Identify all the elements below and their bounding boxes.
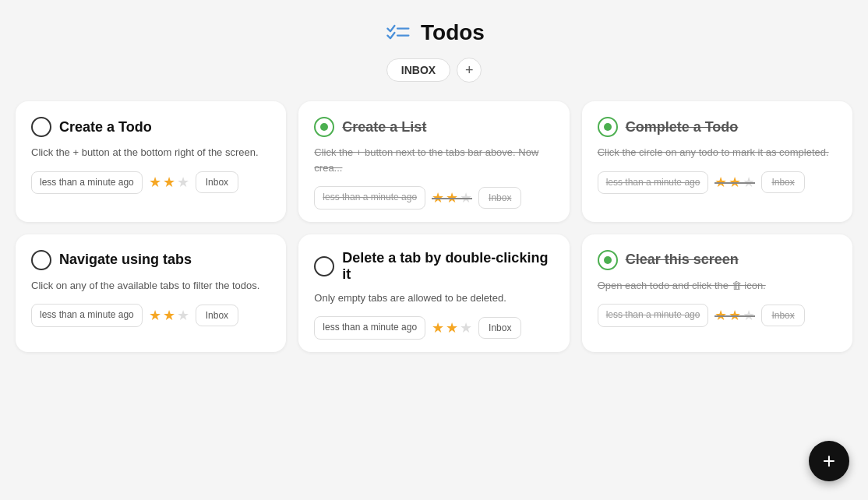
card-create-todo: Create a TodoClick the + button at the b… <box>16 101 286 222</box>
star-1[interactable]: ★ <box>715 307 727 324</box>
card-delete-tab: Delete a tab by double-clicking itOnly e… <box>298 234 569 352</box>
card-title: Complete a Todo <box>626 119 739 136</box>
timestamp-badge: less than a minute ago <box>314 316 425 340</box>
star-1[interactable]: ★ <box>432 319 444 336</box>
inbox-badge: Inbox <box>761 171 804 193</box>
card-footer: less than a minute ago★★★Inbox <box>598 171 837 195</box>
star-1[interactable]: ★ <box>715 174 727 191</box>
circle-btn-create-list[interactable] <box>314 117 334 137</box>
star-3[interactable]: ★ <box>460 189 472 206</box>
card-title: Delete a tab by double-clicking it <box>342 250 553 283</box>
card-complete-todo: Complete a TodoClick the circle on any t… <box>582 101 852 222</box>
circle-btn-create-todo[interactable] <box>31 117 51 137</box>
card-desc: Click the circle on any todo to mark it … <box>598 145 837 160</box>
star-2[interactable]: ★ <box>163 174 175 191</box>
star-2[interactable]: ★ <box>163 307 175 324</box>
star-3[interactable]: ★ <box>177 174 189 191</box>
stars-rating[interactable]: ★★★ <box>715 174 755 191</box>
tab-inbox[interactable]: INBOX <box>386 58 450 82</box>
star-1[interactable]: ★ <box>149 307 161 324</box>
card-title: Create a List <box>342 119 426 136</box>
card-footer: less than a minute ago★★★Inbox <box>314 316 553 340</box>
header: Todos INBOX + <box>0 0 868 95</box>
stars-rating[interactable]: ★★★ <box>149 307 189 324</box>
star-3[interactable]: ★ <box>743 307 755 324</box>
card-footer: less than a minute ago★★★Inbox <box>314 186 553 210</box>
card-header: Create a Todo <box>31 117 270 137</box>
star-3[interactable]: ★ <box>460 319 472 336</box>
star-2[interactable]: ★ <box>729 307 741 324</box>
inbox-badge: Inbox <box>761 305 804 326</box>
card-desc: Open each todo and click the 🗑 icon. <box>598 278 837 294</box>
inbox-badge: Inbox <box>478 317 521 339</box>
star-3[interactable]: ★ <box>177 307 189 324</box>
card-desc: Click on any of the available tabs to fi… <box>31 278 270 294</box>
card-footer: less than a minute ago★★★Inbox <box>31 304 270 327</box>
stars-rating[interactable]: ★★★ <box>715 307 755 324</box>
circle-btn-navigate-tabs[interactable] <box>31 250 51 270</box>
timestamp-badge: less than a minute ago <box>314 186 425 210</box>
card-header: Delete a tab by double-clicking it <box>314 250 553 283</box>
card-title: Clear this screen <box>626 252 739 268</box>
circle-btn-complete-todo[interactable] <box>598 117 618 137</box>
cards-grid: Create a TodoClick the + button at the b… <box>0 101 868 352</box>
card-header: Navigate using tabs <box>31 250 270 270</box>
stars-rating[interactable]: ★★★ <box>432 189 472 206</box>
card-title: Navigate using tabs <box>59 252 192 268</box>
card-desc: Click the + button at the bottom right o… <box>31 145 270 160</box>
star-1[interactable]: ★ <box>432 189 444 206</box>
card-header: Complete a Todo <box>598 117 837 137</box>
card-create-list: Create a ListClick the + button next to … <box>298 101 569 222</box>
timestamp-badge: less than a minute ago <box>598 171 709 195</box>
circle-btn-clear-screen[interactable] <box>598 250 618 270</box>
stars-rating[interactable]: ★★★ <box>149 174 189 191</box>
card-desc: Click the + button next to the tabs bar … <box>314 145 553 175</box>
inbox-badge: Inbox <box>478 187 521 209</box>
todos-icon <box>383 19 411 47</box>
star-3[interactable]: ★ <box>743 174 755 191</box>
inbox-badge: Inbox <box>196 305 238 326</box>
timestamp-badge: less than a minute ago <box>598 304 709 327</box>
star-2[interactable]: ★ <box>446 189 458 206</box>
card-title: Create a Todo <box>59 119 152 136</box>
inbox-badge: Inbox <box>196 171 238 193</box>
page-title: Todos <box>421 20 485 45</box>
stars-rating[interactable]: ★★★ <box>432 319 472 336</box>
star-2[interactable]: ★ <box>729 174 741 191</box>
card-header: Create a List <box>314 117 553 137</box>
star-1[interactable]: ★ <box>149 174 161 191</box>
card-desc: Only empty tabs are allowed to be delete… <box>314 290 553 306</box>
card-navigate-tabs: Navigate using tabsClick on any of the a… <box>16 234 286 352</box>
timestamp-badge: less than a minute ago <box>31 171 143 195</box>
card-header: Clear this screen <box>598 250 837 270</box>
tab-add-button[interactable]: + <box>457 58 482 83</box>
fab-add-button[interactable]: + <box>809 441 849 481</box>
card-footer: less than a minute ago★★★Inbox <box>31 171 270 195</box>
card-footer: less than a minute ago★★★Inbox <box>598 304 837 327</box>
star-2[interactable]: ★ <box>446 319 458 336</box>
circle-btn-delete-tab[interactable] <box>314 256 334 276</box>
timestamp-badge: less than a minute ago <box>31 304 143 327</box>
card-clear-screen: Clear this screenOpen each todo and clic… <box>582 234 852 352</box>
